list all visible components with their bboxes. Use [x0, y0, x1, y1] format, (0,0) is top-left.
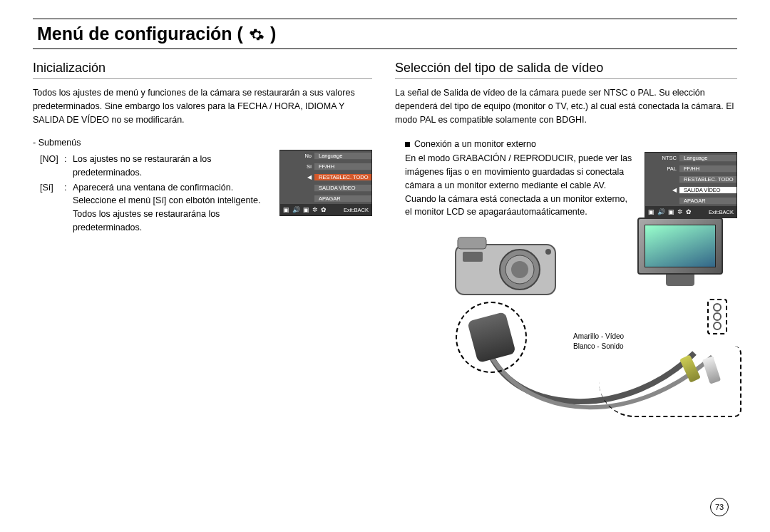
monitor-av-inputs	[707, 299, 727, 334]
svg-rect-1	[458, 237, 486, 249]
right-heading: Selección del tipo de salida de vídeo	[395, 56, 737, 79]
right-paragraph-2: En el modo GRABACIÓN / REPRODUCIR, puede…	[395, 152, 636, 219]
square-bullet-icon	[405, 142, 410, 147]
av-jack-icon	[713, 303, 722, 312]
list-item: [Sí] : Aparecerá una ventana de confirma…	[40, 181, 271, 235]
connection-diagram: Amarillo - Vídeo Blanco - Sonido	[395, 232, 737, 417]
sound-icon: 🔊	[292, 206, 300, 213]
def-key-si: [Sí]	[40, 181, 64, 235]
def-key-no: [NO]	[40, 153, 64, 180]
play-icon: ▣	[668, 208, 674, 215]
dots-icon: ✲	[312, 206, 318, 213]
content-columns: Inicialización Todos los ajustes de menú…	[33, 56, 737, 417]
left-column: Inicialización Todos los ajustes de menú…	[33, 56, 372, 417]
dashed-callout-cable	[599, 346, 741, 417]
title-suffix: )	[270, 24, 276, 44]
svg-point-6	[545, 249, 551, 255]
manual-page: Menú de configuración ( ) Inicialización…	[0, 0, 770, 532]
arrow-left-icon: ◀	[645, 187, 679, 193]
gear-small-icon: ✿	[686, 208, 692, 215]
lcd-bottom-bar: ▣ 🔊 ▣ ✲ ✿ Exit:BACK	[280, 204, 371, 215]
rule-bottom	[33, 48, 737, 49]
submenus-label: - Submenús	[33, 136, 372, 150]
av-jack-icon	[713, 312, 722, 321]
monitor-illustration	[637, 218, 723, 296]
left-detail-row: [NO] : Los ajustes no se restaurarán a l…	[33, 150, 372, 236]
sound-icon: 🔊	[657, 208, 665, 215]
cable-color-labels: Amarillo - Vídeo Blanco - Sonido	[573, 332, 624, 352]
page-title: Menú de configuración ( )	[33, 19, 737, 47]
camera-illustration	[452, 232, 559, 303]
title-prefix: Menú de configuración (	[37, 24, 243, 44]
camera-icon: ▣	[648, 208, 654, 215]
camera-lcd-screenshot-video: NTSCLanguage PALFF/HH RESTABLEC. TODO ◀S…	[645, 152, 737, 218]
left-heading: Inicialización	[33, 56, 372, 79]
gear-icon	[249, 26, 265, 42]
left-paragraph: Todos los ajustes de menú y funciones de…	[33, 86, 372, 126]
play-icon: ▣	[303, 206, 309, 213]
camera-icon: ▣	[283, 206, 289, 213]
page-number: 73	[710, 498, 729, 516]
right-column: Selección del tipo de salida de vídeo La…	[395, 56, 737, 417]
arrow-left-icon: ◀	[280, 174, 314, 180]
av-jack-icon	[713, 322, 722, 330]
svg-point-4	[511, 261, 528, 278]
definition-list: [NO] : Los ajustes no se restaurarán a l…	[33, 150, 271, 236]
right-paragraph: La señal de Salida de vídeo de la cámara…	[395, 86, 737, 126]
svg-rect-5	[463, 252, 483, 262]
bullet-heading: Conexión a un monitor externo	[405, 139, 737, 149]
list-item: [NO] : Los ajustes no se restaurarán a l…	[40, 153, 271, 180]
camera-lcd-screenshot-reset: NoLanguage SíFF/HH ◀RESTABLEC. TODO SALI…	[279, 150, 372, 216]
gear-small-icon: ✿	[321, 206, 327, 213]
lcd-bottom-bar: ▣ 🔊 ▣ ✲ ✿ Exit:BACK	[645, 206, 736, 218]
dots-icon: ✲	[677, 208, 683, 215]
right-detail-row: En el modo GRABACIÓN / REPRODUCIR, puede…	[395, 152, 737, 219]
